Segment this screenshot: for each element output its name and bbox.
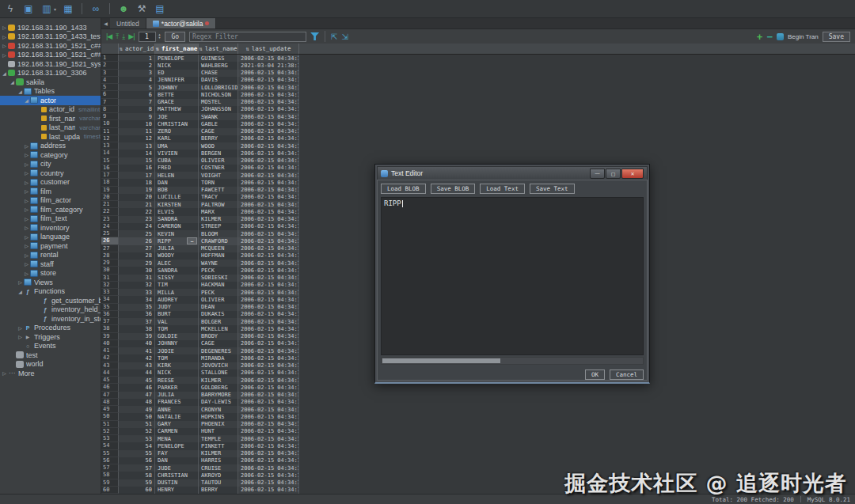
cell-first-name[interactable]: MILLA xyxy=(155,289,199,296)
go-button[interactable]: Go xyxy=(165,32,185,42)
cell-last-update[interactable]: 2006-02-15 04:34:33 xyxy=(238,354,299,362)
cell-first-name[interactable]: KIRSTEN xyxy=(155,201,199,208)
cell-first-name[interactable]: ANNE xyxy=(155,406,199,413)
row-number-cell[interactable]: 29 xyxy=(101,260,119,267)
cell-last-name[interactable]: MIRANDA xyxy=(199,354,238,362)
row-number-cell[interactable]: 45 xyxy=(101,377,119,384)
cell-last-name[interactable]: PALTROW xyxy=(199,201,238,208)
table-row[interactable]: 5656DANHARRIS2006-02-15 04:34:33 xyxy=(101,457,855,464)
cell-last-name[interactable]: SWANK xyxy=(199,113,238,120)
tree-expand-arrow[interactable]: ▷ xyxy=(23,252,30,258)
cell-last-update[interactable]: 2006-02-15 04:34:33 xyxy=(238,296,299,303)
cell-last-name[interactable]: NICHOLSON xyxy=(199,91,238,98)
sort-icon[interactable]: ⇅ xyxy=(156,46,159,52)
row-number-cell[interactable]: 4 xyxy=(101,77,119,84)
cell-actor-id[interactable]: 31 xyxy=(119,275,155,282)
tab-close-dot-icon[interactable] xyxy=(205,21,209,25)
cell-last-update[interactable]: 2006-02-15 04:34:33 xyxy=(238,362,299,369)
cell-actor-id[interactable]: 21 xyxy=(119,201,155,208)
cell-actor-id[interactable]: 7 xyxy=(119,99,155,106)
cell-actor-id[interactable]: 18 xyxy=(119,179,155,186)
cell-first-name[interactable]: TOM xyxy=(155,325,199,332)
cell-actor-id[interactable]: 48 xyxy=(119,399,155,406)
cell-first-name[interactable]: FRED xyxy=(155,165,199,172)
cell-last-update[interactable]: 2006-02-15 04:34:33 xyxy=(238,377,299,384)
cell-last-update[interactable]: 2006-02-15 04:34:33 xyxy=(238,369,299,377)
cell-first-name[interactable]: WOODY xyxy=(155,252,199,260)
row-number-cell[interactable]: 57 xyxy=(101,464,119,472)
cell-first-name[interactable]: REESE xyxy=(155,377,199,384)
row-number-cell[interactable]: 54 xyxy=(101,442,119,449)
database-sakila[interactable]: ◢sakila xyxy=(0,78,101,87)
row-number-cell[interactable]: 23 xyxy=(101,216,119,223)
events-node[interactable]: ○Events xyxy=(0,342,101,351)
cell-last-name[interactable]: PHOENIX xyxy=(199,421,238,428)
tree-expand-arrow[interactable]: ◢ xyxy=(9,79,16,85)
cell-last-update[interactable]: 2006-02-15 04:34:33 xyxy=(238,99,299,106)
row-number-cell[interactable]: 11 xyxy=(101,128,119,135)
row-number-cell[interactable]: 18 xyxy=(101,179,119,186)
function-item[interactable]: ƒinventory_in_stock xyxy=(0,314,101,324)
cell-actor-id[interactable]: 13 xyxy=(119,142,155,150)
functions-node[interactable]: ◢ƒFunctions xyxy=(0,287,101,297)
cell-last-update[interactable]: 2006-02-15 04:34:33 xyxy=(238,260,299,267)
cell-last-name[interactable]: MARX xyxy=(199,208,238,215)
table-item[interactable]: ▷category xyxy=(0,150,101,160)
cell-actor-id[interactable]: 54 xyxy=(119,442,155,449)
cell-last-update[interactable]: 2006-02-15 04:34:33 xyxy=(238,333,299,340)
row-number-cell[interactable]: 35 xyxy=(101,304,119,311)
row-number-cell[interactable]: 53 xyxy=(101,435,119,442)
close-icon[interactable]: ✕ xyxy=(621,169,644,179)
cell-actor-id[interactable]: 4 xyxy=(119,77,155,84)
cell-last-update[interactable]: 2006-02-15 04:34:33 xyxy=(238,84,299,91)
row-number-cell[interactable]: 39 xyxy=(101,333,119,340)
tree-expand-arrow[interactable]: ▷ xyxy=(23,271,30,276)
function-item[interactable]: ƒget_customer_balance xyxy=(0,296,101,305)
row-number-cell[interactable]: 9 xyxy=(101,113,119,120)
table-row[interactable]: 55JOHNNYLOLLOBRIGIDA2006-02-15 04:34:33 xyxy=(101,84,855,91)
cell-actor-id[interactable]: 41 xyxy=(119,347,155,354)
table-item[interactable]: ▷staff xyxy=(0,260,101,269)
cell-last-name[interactable]: DEAN xyxy=(199,304,238,311)
begin-tran-label[interactable]: Begin Tran xyxy=(788,33,819,40)
cell-last-name[interactable]: HARRIS xyxy=(199,457,238,464)
column-header-last_update[interactable]: ⇅last_update xyxy=(238,44,299,54)
ok-button[interactable]: OK xyxy=(585,369,605,380)
cell-last-update[interactable]: 2006-02-15 04:34:33 xyxy=(238,223,299,230)
table-item[interactable]: ▷inventory xyxy=(0,223,101,233)
dialog-title-bar[interactable]: Text Editor — ▢ ✕ xyxy=(377,166,648,180)
cell-actor-id[interactable]: 29 xyxy=(119,260,155,267)
cell-last-update[interactable]: 2006-02-15 04:34:33 xyxy=(238,479,299,487)
tree-expand-arrow[interactable]: ▷ xyxy=(23,198,30,203)
cell-first-name[interactable]: BETTE xyxy=(155,91,199,98)
table-row[interactable]: 5050NATALIEHOPKINS2006-02-15 04:34:33 xyxy=(101,413,855,420)
table-item[interactable]: ▷store xyxy=(0,269,101,279)
cell-last-name[interactable]: STALLONE xyxy=(199,369,238,377)
cell-last-update[interactable]: 2006-02-15 04:34:33 xyxy=(238,435,299,442)
add-row-icon[interactable]: + xyxy=(757,31,763,43)
cell-last-name[interactable]: PECK xyxy=(199,267,238,274)
cell-last-update[interactable]: 2006-02-15 04:34:33 xyxy=(238,384,299,391)
save-grid-button[interactable]: Save xyxy=(823,32,850,42)
column-header-actor_id[interactable]: ⇅actor_id xyxy=(119,44,155,54)
search-binoculars-icon[interactable]: ∞ xyxy=(89,2,102,15)
cell-first-name[interactable]: MENA xyxy=(155,435,199,442)
table-row[interactable]: 5252CARMENHUNT2006-02-15 04:34:33 xyxy=(101,428,855,435)
cell-actor-id[interactable]: 19 xyxy=(119,187,155,194)
row-number-cell[interactable]: 10 xyxy=(101,120,119,127)
cell-last-name[interactable]: CAGE xyxy=(199,128,238,135)
cell-last-name[interactable]: BERRY xyxy=(199,135,238,142)
cell-first-name[interactable]: VAL xyxy=(155,318,199,325)
tree-expand-arrow[interactable]: ◢ xyxy=(17,89,24,94)
tree-expand-arrow[interactable]: ▷ xyxy=(1,370,8,376)
cell-last-update[interactable]: 2006-02-15 04:34:33 xyxy=(238,120,299,127)
table-row[interactable]: 1212KARLBERRY2006-02-15 04:34:33 xyxy=(101,135,855,142)
row-number-cell[interactable]: 3 xyxy=(101,70,119,77)
cell-last-update[interactable]: 2006-02-15 04:34:33 xyxy=(238,487,299,494)
cell-actor-id[interactable]: 6 xyxy=(119,91,155,98)
cell-first-name[interactable]: JODIE xyxy=(155,347,199,354)
cell-first-name[interactable]: BURT xyxy=(155,311,199,318)
row-number-cell[interactable]: 46 xyxy=(101,384,119,391)
cell-actor-id[interactable]: 52 xyxy=(119,428,155,435)
connection-item[interactable]: 192.168.31.190_1521_sys xyxy=(0,59,101,69)
